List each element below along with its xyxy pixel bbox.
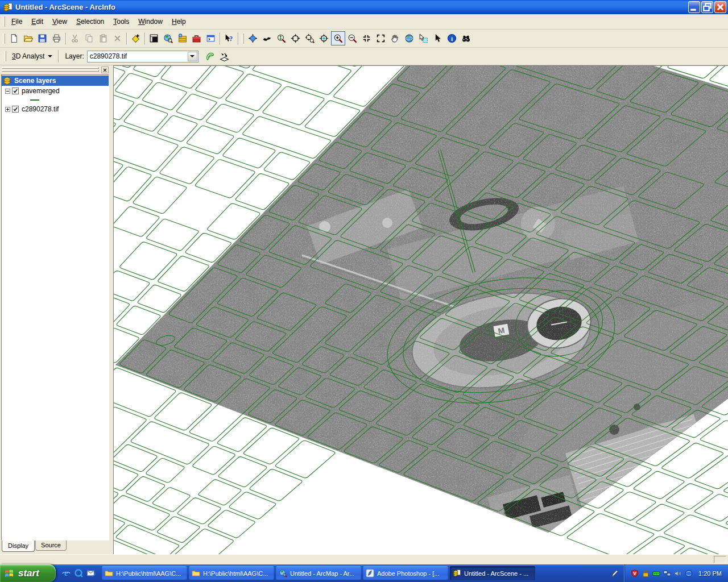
chevron-down-icon (48, 55, 52, 57)
layer-checkbox[interactable] (12, 106, 19, 113)
center-on-target-button[interactable] (288, 31, 303, 45)
taskbar-item-arcscene[interactable]: Untitled - ArcScene - ... (450, 566, 535, 580)
toc-close-button[interactable] (101, 66, 109, 73)
collapse-icon[interactable] (5, 89, 10, 94)
select-graphics-button[interactable] (416, 31, 431, 45)
cut-button[interactable] (68, 31, 82, 45)
fixed-zoom-in-button[interactable] (359, 31, 374, 45)
standard-toolbar-grip[interactable] (3, 34, 5, 44)
toolbar-separator (126, 32, 127, 45)
zoom-in-button[interactable] (331, 31, 345, 45)
menu-selection[interactable]: Selection (72, 15, 109, 29)
taskbar-item-folder-2[interactable]: H:\Public\html\AAG\C... (189, 566, 274, 580)
copy-button[interactable] (82, 31, 96, 45)
find-button[interactable] (459, 31, 473, 45)
paste-button[interactable] (96, 31, 110, 45)
zoom-in-out-button[interactable] (274, 31, 288, 45)
volume-icon[interactable] (674, 569, 682, 577)
update-globe-icon[interactable] (685, 569, 693, 577)
zoom-to-target-button[interactable] (303, 31, 317, 45)
launch-arccatalog-button[interactable] (175, 31, 189, 45)
print-button[interactable] (49, 31, 64, 45)
delete-button[interactable] (110, 31, 125, 45)
fixed-zoom-out-button[interactable] (374, 31, 388, 45)
find-binoculars-icon (461, 34, 471, 43)
pan-button[interactable] (388, 31, 402, 45)
toc-grip-row (0, 65, 110, 74)
layer-row-c2890278[interactable]: c2890278.tif (2, 104, 109, 114)
menu-view[interactable]: View (48, 15, 72, 29)
tools-toolbar-grip[interactable] (242, 34, 244, 44)
tab-source[interactable]: Source (35, 541, 67, 551)
steepest-path-button[interactable] (217, 49, 231, 64)
pan-hand-icon (390, 34, 400, 43)
layer-row-pavemerged[interactable]: pavemerged (2, 86, 109, 96)
taskbar-item-photoshop[interactable]: Adobe Photoshop - [... (363, 566, 448, 580)
select-elements-button[interactable] (431, 31, 445, 45)
whats-this-help-button[interactable]: ? (222, 31, 236, 45)
network-meter-icon[interactable] (652, 569, 660, 577)
internet-explorer-icon[interactable]: e (61, 568, 71, 578)
pen-tool-zone[interactable] (605, 564, 624, 582)
analyst-toolbar-grip[interactable] (4, 51, 6, 61)
menubar-grip[interactable] (3, 16, 5, 27)
restore-button[interactable] (701, 1, 713, 13)
launch-arcmap-button[interactable] (161, 31, 175, 45)
toc-drag-handle[interactable] (2, 67, 99, 69)
combobox-dropdown-button[interactable] (188, 52, 197, 61)
scene-3d-view[interactable]: M (114, 66, 728, 554)
minimize-button[interactable] (688, 1, 700, 13)
open-button[interactable] (21, 31, 35, 45)
new-document-button[interactable] (7, 31, 21, 45)
start-button[interactable]: start (0, 564, 56, 582)
add-data-button[interactable] (129, 31, 143, 45)
main-area: Scene layers pavemerged c2890278.tif Dis… (0, 65, 728, 554)
analyst-toolbar: 3D Analyst Layer: c2890278.tif (0, 48, 728, 65)
menu-edit[interactable]: Edit (27, 15, 48, 29)
menu-bar: File Edit View Selection Tools Window He… (0, 14, 728, 30)
close-button[interactable] (714, 1, 726, 13)
layer-checkbox[interactable] (12, 88, 19, 94)
status-bar (0, 554, 728, 564)
taskbar-item-folder-1[interactable]: H:\Public\html\AAG\C... (102, 566, 187, 580)
layer-name: pavemerged (22, 87, 60, 95)
save-button[interactable] (35, 31, 49, 45)
menu-window[interactable]: Window (134, 15, 167, 29)
menu-help[interactable]: Help (167, 15, 191, 29)
zoom-out-button[interactable] (345, 31, 359, 45)
zoom-target-icon (305, 34, 315, 43)
center-target-icon (291, 34, 300, 43)
create-contours-button[interactable] (203, 49, 217, 64)
network-computers-icon[interactable] (663, 569, 671, 577)
zoom-in-out-icon (276, 34, 286, 43)
layer-legend-row (2, 96, 109, 104)
full-extent-button[interactable] (402, 31, 416, 45)
scene-3d-viewport[interactable]: M (113, 65, 728, 554)
taskbar-clock[interactable]: 1:20 PM (698, 570, 722, 577)
navigate-button[interactable] (246, 31, 260, 45)
menu-file[interactable]: File (7, 15, 27, 29)
analyst-menu-button[interactable]: 3D Analyst (8, 50, 56, 63)
fly-button[interactable] (260, 31, 274, 45)
layer-combobox[interactable]: c2890278.tif (87, 51, 198, 63)
antivirus-shield-icon[interactable]: V (631, 569, 639, 577)
tab-display[interactable]: Display (2, 541, 35, 552)
toolbar-separator (65, 32, 66, 45)
outlook-express-icon[interactable] (86, 568, 96, 578)
quicktime-icon[interactable] (74, 568, 84, 578)
select-arrow-icon (433, 34, 442, 43)
toc-window-button[interactable] (147, 31, 161, 45)
identify-button[interactable]: i (445, 31, 459, 45)
expand-icon[interactable] (5, 107, 10, 112)
lock-icon[interactable] (642, 569, 650, 577)
menu-tools[interactable]: Tools (109, 15, 134, 29)
layer-label: Layer: (65, 52, 84, 60)
task-label: H:\Public\html\AAG\C... (116, 570, 181, 577)
arctoolbox-button[interactable] (189, 31, 204, 45)
delete-icon (113, 34, 122, 43)
scene-layers-header[interactable]: Scene layers (2, 76, 109, 86)
toc-drag-handle[interactable] (2, 70, 99, 72)
taskbar-item-arcmap[interactable]: Untitled - ArcMap - Ar... (276, 566, 361, 580)
set-observer-button[interactable] (317, 31, 331, 45)
command-window-button[interactable] (204, 31, 218, 45)
